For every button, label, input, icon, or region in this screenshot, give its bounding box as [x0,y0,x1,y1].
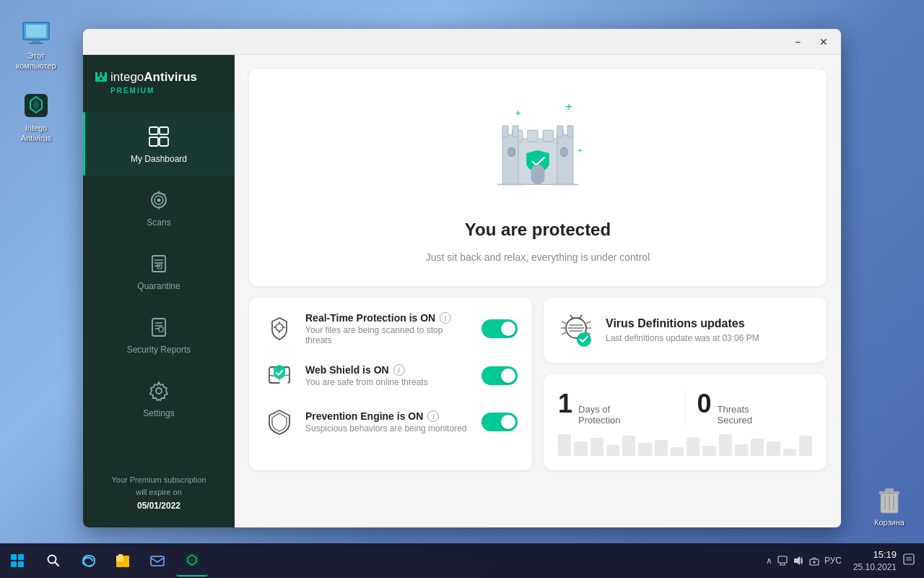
days-number: 1 [558,389,572,419]
svg-line-73 [570,315,573,319]
realtime-name: Real-Time Protection is ON i [305,312,471,324]
chart-bar-3 [590,438,603,456]
feature-row-webshield: Web Shield is ON i You are safe from onl… [263,360,518,392]
nav-label-quarantine: Quarantine [137,281,180,291]
svg-rect-3 [32,40,40,43]
taskbar-clock: 15:19 25.10.2021 [853,548,897,574]
subscription-text: Your Premium subscriptionwill expire on [111,475,206,497]
feature-row-prevention: Prevention Engine is ON i Suspicious beh… [263,406,518,438]
subscription-date: 05/01/2022 [137,501,180,511]
taskbar-right: ∧ РУС [760,548,924,574]
svg-text:+: + [515,107,520,118]
svg-rect-21 [149,127,158,134]
nav-items: My Dashboard [83,112,235,462]
castle-illustration: + + + [473,92,603,208]
webshield-info-icon[interactable]: i [393,364,405,376]
stat-divider [685,389,686,426]
scans-icon [146,187,172,213]
nav-item-quarantine[interactable]: Quarantine [83,239,235,303]
subscription-info: Your Premium subscriptionwill expire on … [100,474,217,513]
network-icon [808,555,820,566]
chart-bar-15 [783,449,796,456]
minimize-button[interactable]: − [786,32,809,52]
threats-label-group: Threats Secured [718,404,752,426]
svg-rect-51 [502,135,518,185]
svg-rect-16 [100,72,103,77]
desktop-icon-recycle[interactable]: Корзина [860,481,918,532]
webshield-toggle[interactable] [481,366,518,385]
app-content: integoAntivirus PREMIUM [83,55,841,527]
realtime-toggle[interactable] [481,319,518,338]
svg-rect-17 [105,72,107,77]
chart-bar-14 [767,441,780,456]
chart-bar-7 [655,440,668,456]
svg-line-78 [586,322,590,324]
chevron-up-icon[interactable]: ∧ [766,556,772,566]
desktop-icon-intego[interactable]: IntegoAntivirus [7,87,65,148]
svg-rect-2 [26,25,46,38]
svg-rect-48 [528,130,538,142]
prevention-info-icon[interactable]: i [427,410,439,422]
svg-rect-24 [160,137,168,146]
webshield-name: Web Shield is ON i [305,364,471,376]
virus-def-title: Virus Definitions updates [606,317,759,330]
svg-point-42 [156,388,162,394]
threats-number: 0 [697,389,712,419]
taskbar-files[interactable] [107,545,139,577]
bottom-grid: Real-Time Protection is ON i Your files … [249,298,827,470]
svg-rect-83 [18,554,24,560]
main-content: + + + [235,55,841,527]
prevention-icon [263,406,295,438]
svg-rect-52 [502,126,508,137]
prevention-desc: Suspicious behaviors are being monitored [305,423,471,434]
nav-label-settings: Settings [143,408,174,418]
clock-time: 15:19 [853,548,897,561]
chart-bar-16 [799,436,812,456]
chart-bar-9 [687,437,699,456]
taskbar-antivirus[interactable] [176,545,208,577]
protected-subtitle: Just sit back and relax, everything is u… [426,251,650,263]
svg-rect-56 [567,126,573,137]
taskbar: ∧ РУС [0,543,924,578]
notification-button[interactable] [902,553,915,568]
logo-text: integoAntivirus [110,70,197,85]
svg-point-27 [157,199,161,202]
svg-rect-41 [159,327,163,332]
nav-item-dashboard[interactable]: My Dashboard [83,112,235,176]
virus-def-subtitle: Last definitions update was at 03:06 PM [606,333,759,343]
virus-def-card: Virus Definitions updates Last definitio… [544,298,827,363]
prevention-toggle[interactable] [481,413,518,431]
webshield-icon [263,360,295,392]
realtime-info-icon[interactable]: i [440,312,451,324]
svg-rect-31 [152,256,165,272]
monitor-icon [777,555,788,566]
chart-bars [558,434,812,456]
taskbar-edge[interactable] [72,545,104,577]
svg-line-74 [579,315,582,319]
webshield-desc: You are safe from online threats [305,377,471,387]
svg-text:+: + [565,99,572,113]
close-button[interactable]: ✕ [812,32,835,52]
chart-bar-4 [606,445,619,456]
svg-point-62 [276,324,283,331]
svg-rect-18 [97,74,100,77]
taskbar-items [35,545,211,577]
speaker-icon [793,555,804,566]
taskbar-system-icons: ∧ РУС [760,555,847,566]
nav-label-dashboard: My Dashboard [131,154,187,164]
desktop-icon-this-pc[interactable]: Этоткомпьютер [7,14,65,76]
nav-item-scans[interactable]: Scans [83,176,235,239]
svg-line-29 [164,194,165,195]
nav-item-reports[interactable]: Security Reports [83,303,235,366]
svg-rect-53 [513,126,518,137]
start-button[interactable] [0,543,35,578]
title-bar: − ✕ [83,29,841,55]
nav-item-settings[interactable]: Settings [83,366,235,430]
svg-point-101 [813,561,815,563]
nav-label-scans: Scans [147,217,170,228]
days-label-group: Days of Protection [578,404,621,426]
svg-rect-58 [561,147,567,157]
logo-premium: PREMIUM [110,87,154,95]
taskbar-search[interactable] [38,545,69,577]
taskbar-mail[interactable] [141,545,173,577]
